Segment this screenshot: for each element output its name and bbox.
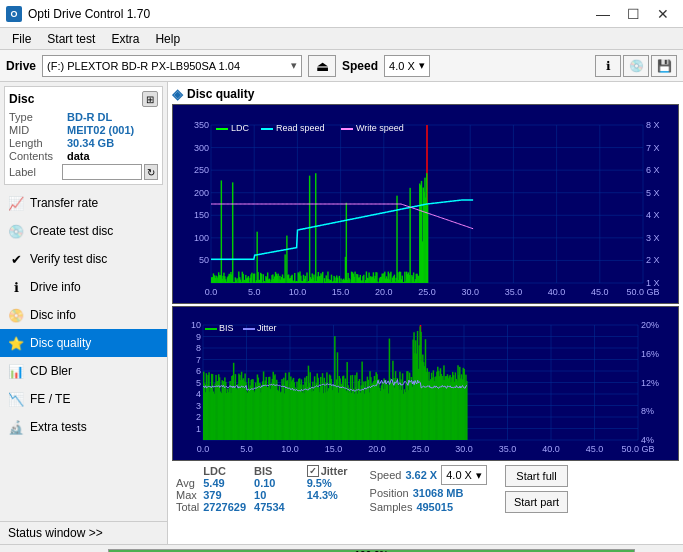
fe-te-icon: 📉 [8,391,24,407]
drive-selector[interactable]: (F:) PLEXTOR BD-R PX-LB950SA 1.04 ▾ [42,55,302,77]
label-refresh-button[interactable]: ↻ [144,164,158,180]
disc-info-label: Disc info [30,308,76,322]
create-test-disc-icon: 💿 [8,223,24,239]
sidebar-item-disc-quality[interactable]: ⭐ Disc quality [0,329,167,357]
sidebar-item-cd-bler[interactable]: 📊 CD Bler [0,357,167,385]
disc-type-label: Type [9,111,67,123]
chart-speed-selector[interactable]: 4.0 X ▾ [441,465,487,485]
drive-label: Drive [6,59,36,73]
content-title-icon: ◈ [172,86,183,102]
speed-selector[interactable]: 4.0 X ▾ [384,55,430,77]
disc-icon-btn[interactable]: 💿 [623,55,649,77]
disc-mid-value: MEIT02 (001) [67,124,134,136]
sidebar-item-disc-info[interactable]: 📀 Disc info [0,301,167,329]
eject-button[interactable]: ⏏ [308,55,336,77]
menu-bar: File Start test Extra Help [0,28,683,50]
max-bis-val: 10 [250,489,289,501]
jitter-col-label: Jitter [321,465,348,477]
speed-group: Speed 3.62 X 4.0 X ▾ Position 31068 MB S… [370,465,487,513]
status-window-link[interactable]: Status window >> [0,521,167,544]
sidebar-item-create-test-disc[interactable]: 💿 Create test disc [0,217,167,245]
create-test-disc-label: Create test disc [30,224,113,238]
disc-mid-label: MID [9,124,67,136]
sidebar-item-drive-info[interactable]: ℹ Drive info [0,273,167,301]
disc-length-label: Length [9,137,67,149]
speed-stat-value: 3.62 X [405,469,437,481]
chart-speed-arrow: ▾ [476,469,482,482]
disc-contents-label: Contents [9,150,67,162]
app-icon: O [6,6,22,22]
speed-dropdown-arrow: ▾ [419,59,425,72]
verify-test-disc-label: Verify test disc [30,252,107,266]
transfer-rate-icon: 📈 [8,195,24,211]
info-icon-btn[interactable]: ℹ [595,55,621,77]
drive-dropdown-arrow: ▾ [291,59,297,72]
sidebar-item-fe-te[interactable]: 📉 FE / TE [0,385,167,413]
stats-table: LDC BIS ✓ Jitter Avg 5.49 0.10 9.5 [176,465,352,513]
disc-type-value: BD-R DL [67,111,112,123]
status-bar: Test completed 100.0% 41:20 [0,544,683,552]
stats-bar: LDC BIS ✓ Jitter Avg 5.49 0.10 9.5 [172,463,679,515]
menu-file[interactable]: File [4,30,39,48]
sidebar-item-transfer-rate[interactable]: 📈 Transfer rate [0,189,167,217]
save-icon-btn[interactable]: 💾 [651,55,677,77]
content-title-text: Disc quality [187,87,254,101]
status-window-label: Status window >> [8,526,103,540]
sidebar-item-verify-test-disc[interactable]: ✔ Verify test disc [0,245,167,273]
disc-type-row: Type BD-R DL [9,111,158,123]
disc-contents-value: data [67,150,90,162]
progress-bar: 100.0% [108,549,635,553]
samples-value: 495015 [416,501,453,513]
disc-panel-icon-btn[interactable]: ⊞ [142,91,158,107]
disc-panel-title: Disc [9,92,34,106]
extra-tests-icon: 🔬 [8,419,24,435]
drive-name: (F:) PLEXTOR BD-R PX-LB950SA 1.04 [47,60,291,72]
bottom-chart [172,306,679,461]
cd-bler-label: CD Bler [30,364,72,378]
verify-test-disc-icon: ✔ [8,251,24,267]
drive-bar: Drive (F:) PLEXTOR BD-R PX-LB950SA 1.04 … [0,50,683,82]
sidebar-item-extra-tests[interactable]: 🔬 Extra tests [0,413,167,441]
disc-contents-row: Contents data [9,150,158,162]
total-bis-val: 47534 [250,501,289,513]
close-button[interactable]: ✕ [649,3,677,25]
avg-jitter-val: 9.5% [303,477,352,489]
col-bis: BIS [250,465,289,477]
avg-ldc-val: 5.49 [199,477,250,489]
drive-info-label: Drive info [30,280,81,294]
menu-start-test[interactable]: Start test [39,30,103,48]
start-part-button[interactable]: Start part [505,491,568,513]
max-jitter-val: 14.3% [303,489,352,501]
menu-extra[interactable]: Extra [103,30,147,48]
position-value: 31068 MB [413,487,464,499]
speed-stat-label: Speed [370,469,402,481]
total-ldc-val: 2727629 [199,501,250,513]
content-area: ◈ Disc quality LDC BIS ✓ [168,82,683,544]
disc-length-value: 30.34 GB [67,137,114,149]
toolbar-icons: ℹ 💿 💾 [595,55,677,77]
nav-items: 📈 Transfer rate 💿 Create test disc ✔ Ver… [0,189,167,521]
cd-bler-icon: 📊 [8,363,24,379]
main-layout: Disc ⊞ Type BD-R DL MID MEIT02 (001) Len… [0,82,683,544]
top-chart [172,104,679,304]
disc-quality-icon: ⭐ [8,335,24,351]
minimize-button[interactable]: — [589,3,617,25]
jitter-checkbox[interactable]: ✓ [307,465,319,477]
action-buttons: Start full Start part [505,465,568,513]
col-ldc: LDC [199,465,250,477]
restore-button[interactable]: ☐ [619,3,647,25]
fe-te-label: FE / TE [30,392,70,406]
disc-label-input[interactable] [62,164,142,180]
title-bar: O Opti Drive Control 1.70 — ☐ ✕ [0,0,683,28]
speed-value: 4.0 X [389,60,415,72]
menu-help[interactable]: Help [147,30,188,48]
col-jitter: ✓ Jitter [303,465,352,477]
disc-info-icon: 📀 [8,307,24,323]
sidebar: Disc ⊞ Type BD-R DL MID MEIT02 (001) Len… [0,82,168,544]
start-full-button[interactable]: Start full [505,465,568,487]
chart-speed-value: 4.0 X [446,469,472,481]
total-jitter-val [303,501,352,513]
window-controls: — ☐ ✕ [589,3,677,25]
transfer-rate-label: Transfer rate [30,196,98,210]
app-title: Opti Drive Control 1.70 [28,7,589,21]
